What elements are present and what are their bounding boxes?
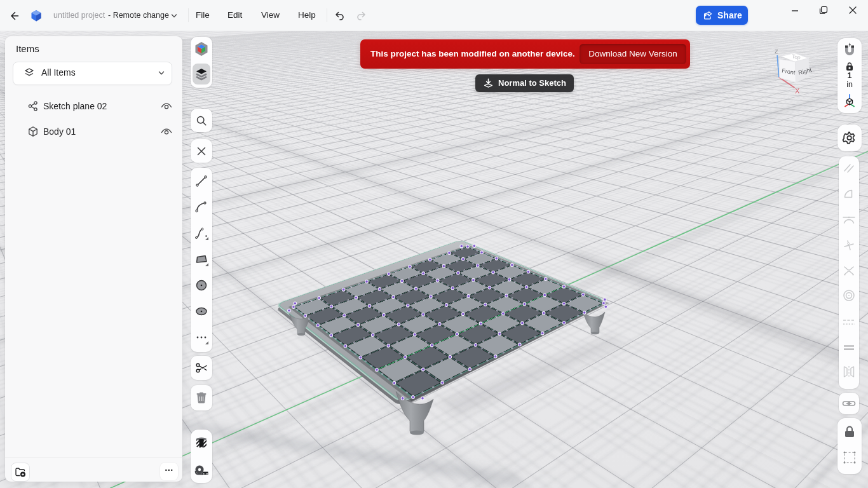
svg-text:X: X xyxy=(795,87,800,95)
svg-text:Z: Z xyxy=(775,48,778,55)
